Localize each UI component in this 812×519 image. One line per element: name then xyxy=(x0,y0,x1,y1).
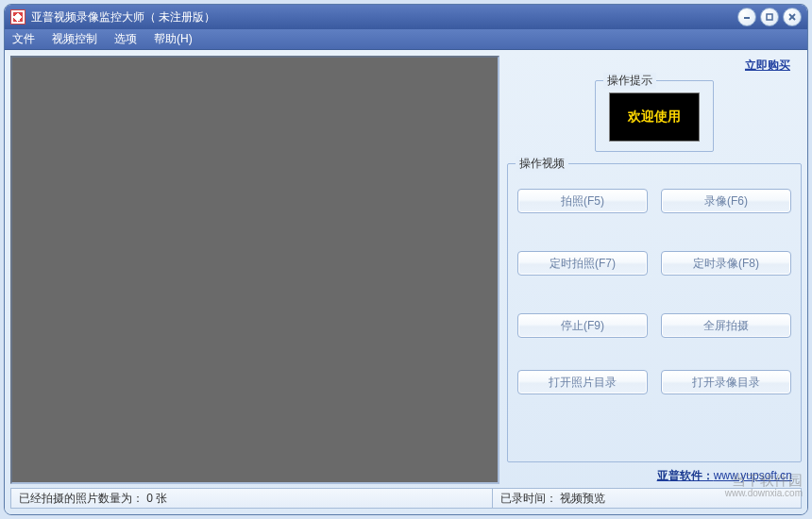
button-grid: 拍照(F5) 录像(F6) 定时拍照(F7) 定时录像(F8) 停止(F9) 全… xyxy=(517,189,791,338)
close-icon xyxy=(787,12,797,22)
hint-group: 操作提示 欢迎使用 xyxy=(595,80,714,152)
close-button[interactable] xyxy=(783,8,802,26)
minimize-button[interactable] xyxy=(737,8,756,26)
status-record-time: 已录时间： 视频预览 xyxy=(493,489,801,508)
fullscreen-button[interactable]: 全屏拍摄 xyxy=(661,313,791,338)
site-prefix: 亚普软件： xyxy=(657,469,714,482)
hint-area: 操作提示 欢迎使用 xyxy=(507,80,802,152)
side-panel: 立即购买 操作提示 欢迎使用 操作视频 拍照(F5) 录像(F6) 定时拍照(F… xyxy=(507,56,802,484)
window-title: 亚普视频录像监控大师（ 未注册版） xyxy=(31,9,737,25)
record-button[interactable]: 录像(F6) xyxy=(661,189,791,213)
minimize-icon xyxy=(742,12,752,22)
window-controls xyxy=(737,8,802,26)
client-area: 立即购买 操作提示 欢迎使用 操作视频 拍照(F5) 录像(F6) 定时拍照(F… xyxy=(5,50,807,514)
open-record-dir-button[interactable]: 打开录像目录 xyxy=(661,370,791,394)
stop-button[interactable]: 停止(F9) xyxy=(517,313,648,338)
photo-button[interactable]: 拍照(F5) xyxy=(517,189,648,213)
titlebar[interactable]: 亚普视频录像监控大师（ 未注册版） xyxy=(5,5,807,29)
menubar: 文件 视频控制 选项 帮助(H) xyxy=(5,29,807,50)
menu-options[interactable]: 选项 xyxy=(110,29,141,49)
site-url: www.yupsoft.cn xyxy=(714,469,792,482)
menu-video-control[interactable]: 视频控制 xyxy=(48,29,101,49)
menu-file[interactable]: 文件 xyxy=(8,29,39,49)
hint-legend: 操作提示 xyxy=(603,73,656,89)
app-icon xyxy=(10,9,25,25)
buy-now-link[interactable]: 立即购买 xyxy=(745,58,790,74)
timed-photo-button[interactable]: 定时拍照(F7) xyxy=(517,251,648,276)
main-row: 立即购买 操作提示 欢迎使用 操作视频 拍照(F5) 录像(F6) 定时拍照(F… xyxy=(10,56,802,484)
maximize-button[interactable] xyxy=(760,8,779,26)
statusbar: 已经拍摄的照片数量为： 0 张 已录时间： 视频预览 xyxy=(10,488,802,509)
operations-group: 操作视频 拍照(F5) 录像(F6) 定时拍照(F7) 定时录像(F8) 停止(… xyxy=(507,163,802,462)
ops-legend: 操作视频 xyxy=(516,156,568,172)
open-photo-dir-button[interactable]: 打开照片目录 xyxy=(517,370,648,394)
svg-rect-1 xyxy=(767,14,772,20)
timed-record-button[interactable]: 定时录像(F8) xyxy=(661,251,791,276)
welcome-marquee: 欢迎使用 xyxy=(609,92,700,142)
site-link[interactable]: 亚普软件：www.yupsoft.cn xyxy=(657,468,792,484)
maximize-icon xyxy=(765,12,774,22)
button-row-last: 打开照片目录 打开录像目录 xyxy=(517,370,791,394)
status-photo-count: 已经拍摄的照片数量为： 0 张 xyxy=(11,489,493,508)
menu-help[interactable]: 帮助(H) xyxy=(150,29,196,49)
video-preview xyxy=(10,56,499,484)
app-window: 亚普视频录像监控大师（ 未注册版） 文件 视频控制 选项 帮助(H) 立即购买 xyxy=(4,4,808,515)
